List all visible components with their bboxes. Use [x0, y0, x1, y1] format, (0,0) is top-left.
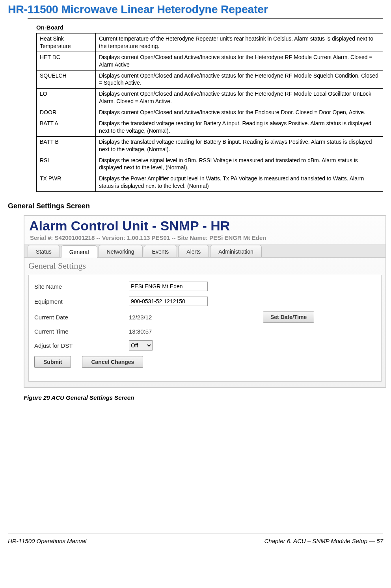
table-row: LODisplays current Open/Closed and Activ…: [37, 89, 383, 107]
table-key: TX PWR: [37, 173, 96, 192]
table-value: Displays current Open/Closed and Active/…: [96, 107, 383, 118]
divider: [28, 18, 383, 19]
tab-status[interactable]: Status: [28, 245, 60, 257]
table-row: RSLDisplays the receive signal level in …: [37, 155, 383, 173]
table-row: BATT BDisplays the translated voltage re…: [37, 136, 383, 155]
panel-title: General Settings: [28, 261, 385, 271]
acu-subtitle: Serial #: S42001001218 -- Version: 1.00.…: [30, 234, 385, 241]
site-name-input[interactable]: [129, 282, 208, 291]
table-value: Displays current Open/Closed and Active/…: [96, 89, 383, 107]
table-value: Displays the receive signal level in dBm…: [96, 155, 383, 173]
tab-bar: StatusGeneralNetworkingEventsAlertsAdmin…: [24, 244, 385, 258]
table-value: Displays the Power Amplifier output leve…: [96, 173, 383, 192]
table-key: RSL: [37, 155, 96, 173]
acu-title: Alarm Control Unit - SNMP - HR: [29, 218, 385, 234]
label-current-date: Current Date: [34, 314, 129, 321]
table-row: BATT ADisplays the translated voltage re…: [37, 118, 383, 137]
acu-screenshot: Alarm Control Unit - SNMP - HR Serial #:…: [24, 215, 386, 388]
heading-general-settings: General Settings Screen: [8, 202, 383, 210]
table-key: DOOR: [37, 107, 96, 118]
table-key: BATT B: [37, 136, 96, 155]
table-value: Displays current Open/Closed and Active/…: [96, 70, 383, 89]
section-label: On-Board: [36, 24, 383, 31]
tab-administration[interactable]: Administration: [210, 245, 262, 257]
current-time-value: 13:30:57: [129, 328, 152, 335]
table-row: Heat Sink TemperatureCurrent temperature…: [37, 33, 383, 52]
submit-button[interactable]: Submit: [34, 356, 71, 368]
label-dst: Adjust for DST: [34, 342, 129, 349]
table-key: BATT A: [37, 118, 96, 137]
tab-general[interactable]: General: [61, 245, 97, 258]
equipment-input[interactable]: [129, 297, 208, 306]
table-key: LO: [37, 89, 96, 107]
dst-select[interactable]: Off: [129, 340, 153, 351]
current-date-value: 12/23/12: [129, 314, 263, 321]
doc-title: HR-11500 Microwave Linear Heterodyne Rep…: [8, 3, 383, 16]
table-key: HET DC: [37, 52, 96, 70]
tab-events[interactable]: Events: [144, 245, 177, 257]
footer-right: Chapter 6. ACU – SNMP Module Setup — 57: [264, 538, 383, 544]
form-area: Site Name Equipment Current Date 12/23/1…: [28, 275, 382, 382]
page-footer: HR-11500 Operations Manual Chapter 6. AC…: [8, 537, 383, 544]
table-row: TX PWRDisplays the Power Amplifier outpu…: [37, 173, 383, 192]
table-key: SQUELCH: [37, 70, 96, 89]
cancel-button[interactable]: Cancel Changes: [82, 356, 143, 368]
table-row: HET DCDisplays current Open/Closed and A…: [37, 52, 383, 70]
set-date-time-button[interactable]: Set Date/Time: [263, 312, 314, 323]
label-equipment: Equipment: [34, 298, 129, 305]
table-value: Displays current Open/Closed and Active/…: [96, 52, 383, 70]
figure-caption: Figure 29 ACU General Settings Screen: [24, 394, 383, 401]
label-site-name: Site Name: [34, 283, 129, 290]
table-value: Displays the translated voltage reading …: [96, 118, 383, 137]
table-value: Displays the translated voltage reading …: [96, 136, 383, 155]
label-current-time: Current Time: [34, 328, 129, 335]
table-row: SQUELCHDisplays current Open/Closed and …: [37, 70, 383, 89]
onboard-table: Heat Sink TemperatureCurrent temperature…: [36, 33, 383, 192]
tab-networking[interactable]: Networking: [99, 245, 143, 257]
table-key: Heat Sink Temperature: [37, 33, 96, 52]
table-value: Current temperature of the Heterodyne Re…: [96, 33, 383, 52]
tab-alerts[interactable]: Alerts: [178, 245, 209, 257]
table-row: DOORDisplays current Open/Closed and Act…: [37, 107, 383, 118]
footer-left: HR-11500 Operations Manual: [8, 538, 86, 544]
